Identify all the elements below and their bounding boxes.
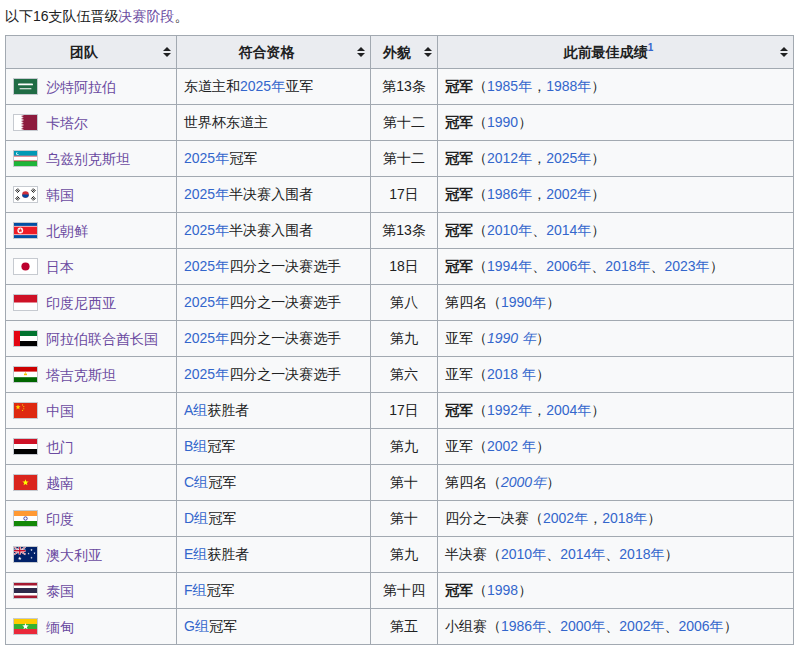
year-link[interactable]: 2000年 bbox=[501, 474, 546, 490]
team-link[interactable]: 泰国 bbox=[46, 582, 74, 598]
qualification-link[interactable]: 2025年 bbox=[184, 150, 229, 166]
qualification-link[interactable]: 2025年 bbox=[184, 294, 229, 310]
year-separator: ， bbox=[588, 510, 602, 526]
team-link[interactable]: 韩国 bbox=[46, 186, 74, 202]
year-link[interactable]: 1998 bbox=[487, 582, 518, 598]
year-link[interactable]: 2023年 bbox=[664, 258, 709, 274]
year-link[interactable]: 2002年 bbox=[543, 510, 588, 526]
team-link[interactable]: 缅甸 bbox=[46, 618, 74, 634]
year-link[interactable]: 2006年 bbox=[678, 618, 723, 634]
year-link[interactable]: 2010年 bbox=[487, 222, 532, 238]
team-link[interactable]: 印度尼西亚 bbox=[46, 294, 116, 310]
year-link[interactable]: 1992年 bbox=[487, 402, 532, 418]
team-link[interactable]: 乌兹别克斯坦 bbox=[46, 150, 130, 166]
year-link[interactable]: 2000年 bbox=[560, 618, 605, 634]
best-result-cell: 半决赛（2010年、2014年、2018年） bbox=[438, 537, 794, 573]
footnote-link[interactable]: 1 bbox=[648, 42, 654, 53]
south-korea-flag-icon bbox=[13, 186, 38, 203]
north-korea-flag-icon bbox=[13, 222, 38, 239]
year-link[interactable]: 2018年 bbox=[619, 546, 664, 562]
year-link[interactable]: 1990年 bbox=[501, 294, 546, 310]
team-link[interactable]: 越南 bbox=[46, 474, 74, 490]
team-link[interactable]: 也门 bbox=[46, 438, 74, 454]
qualification-link[interactable]: G组 bbox=[184, 618, 209, 634]
qualification-link[interactable]: E组 bbox=[184, 546, 207, 562]
year-link[interactable]: 1994年 bbox=[487, 258, 532, 274]
year-link[interactable]: 2002 年 bbox=[487, 438, 536, 454]
best-result-text: 亚军 bbox=[445, 438, 473, 454]
team-link[interactable]: 塔吉克斯坦 bbox=[46, 366, 116, 382]
best-result-text: 冠军 bbox=[445, 114, 473, 130]
qualification-link[interactable]: B组 bbox=[184, 438, 207, 454]
year-link[interactable]: 2004年 bbox=[546, 402, 591, 418]
year-link[interactable]: 2018年 bbox=[605, 258, 650, 274]
year-separator: 、 bbox=[546, 546, 560, 562]
column-header-appearance[interactable]: 外貌 bbox=[371, 36, 438, 69]
close-paren: ） bbox=[647, 510, 661, 526]
team-link[interactable]: 中国 bbox=[46, 402, 74, 418]
year-link[interactable]: 2010年 bbox=[501, 546, 546, 562]
team-link[interactable]: 阿拉伯联合酋长国 bbox=[46, 330, 158, 346]
column-header-best-result[interactable]: 此前最佳成绩1 bbox=[438, 36, 794, 69]
appearance-cell: 第13条 bbox=[371, 213, 438, 249]
team-link[interactable]: 印度 bbox=[46, 510, 74, 526]
qualification-link[interactable]: C组 bbox=[184, 474, 208, 490]
year-link[interactable]: 2014年 bbox=[546, 222, 591, 238]
year-link[interactable]: 2012年 bbox=[487, 150, 532, 166]
close-paren: ） bbox=[536, 330, 550, 346]
intro-suffix: 。 bbox=[175, 8, 189, 24]
team-link[interactable]: 北朝鲜 bbox=[46, 222, 88, 238]
open-paren: （ bbox=[487, 294, 501, 310]
qualification-link[interactable]: 2025年 bbox=[184, 258, 229, 274]
year-link[interactable]: 1988年 bbox=[546, 78, 591, 94]
qualification-link[interactable]: 2025年 bbox=[184, 330, 229, 346]
table-row: 日本2025年四分之一决赛选手18日冠军（1994年、2006年、2018年、2… bbox=[6, 249, 794, 285]
qualification-text: 冠军 bbox=[207, 438, 235, 454]
best-result-cell: 小组赛（1986年、2000年、2002年、2006年） bbox=[438, 609, 794, 645]
team-link[interactable]: 沙特阿拉伯 bbox=[46, 78, 116, 94]
year-link[interactable]: 1990 年 bbox=[487, 330, 536, 346]
year-link[interactable]: 1986年 bbox=[487, 186, 532, 202]
qualification-link[interactable]: 2025年 bbox=[184, 222, 229, 238]
qualification-cell: 2025年半决赛入围者 bbox=[177, 213, 371, 249]
qualification-text: 冠军 bbox=[209, 618, 237, 634]
year-separator: 、 bbox=[532, 258, 546, 274]
qualification-text: 半决赛入围者 bbox=[229, 222, 313, 238]
team-link[interactable]: 卡塔尔 bbox=[46, 114, 88, 130]
team-link[interactable]: 日本 bbox=[46, 258, 74, 274]
qualification-link[interactable]: 2025年 bbox=[184, 366, 229, 382]
appearance-cell: 第八 bbox=[371, 285, 438, 321]
qualification-link[interactable]: A组 bbox=[184, 402, 207, 418]
qualification-text: 冠军 bbox=[208, 474, 236, 490]
qualification-cell: B组冠军 bbox=[177, 429, 371, 465]
finals-stage-link[interactable]: 决赛阶段 bbox=[119, 8, 175, 24]
qualification-link[interactable]: 2025年 bbox=[240, 78, 285, 94]
year-link[interactable]: 1985年 bbox=[487, 78, 532, 94]
sort-icon[interactable] bbox=[780, 47, 788, 57]
qualification-link[interactable]: D组 bbox=[184, 510, 208, 526]
year-link[interactable]: 2006年 bbox=[546, 258, 591, 274]
column-header-qualification[interactable]: 符合资格 bbox=[177, 36, 371, 69]
best-result-text: 冠军 bbox=[445, 78, 473, 94]
year-separator: 、 bbox=[650, 258, 664, 274]
year-link[interactable]: 2002年 bbox=[619, 618, 664, 634]
year-link[interactable]: 2018 年 bbox=[487, 366, 536, 382]
open-paren: （ bbox=[473, 222, 487, 238]
year-link[interactable]: 2018年 bbox=[602, 510, 647, 526]
qualification-text: 冠军 bbox=[208, 510, 236, 526]
year-link[interactable]: 2025年 bbox=[546, 150, 591, 166]
column-header-team[interactable]: 团队 bbox=[6, 36, 177, 69]
year-link[interactable]: 1990 bbox=[487, 114, 518, 130]
team-link[interactable]: 澳大利亚 bbox=[46, 546, 102, 562]
table-row: 缅甸G组冠军第五小组赛（1986年、2000年、2002年、2006年） bbox=[6, 609, 794, 645]
year-link[interactable]: 2002年 bbox=[546, 186, 591, 202]
sort-icon[interactable] bbox=[424, 47, 432, 57]
sort-icon[interactable] bbox=[163, 47, 171, 57]
sort-icon[interactable] bbox=[357, 47, 365, 57]
year-link[interactable]: 2014年 bbox=[560, 546, 605, 562]
table-row: 塔吉克斯坦2025年四分之一决赛选手第六亚军（2018 年） bbox=[6, 357, 794, 393]
qualification-link[interactable]: F组 bbox=[184, 582, 207, 598]
qualification-link[interactable]: 2025年 bbox=[184, 186, 229, 202]
best-result-cell: 冠军（1990） bbox=[438, 105, 794, 141]
year-link[interactable]: 1986年 bbox=[501, 618, 546, 634]
